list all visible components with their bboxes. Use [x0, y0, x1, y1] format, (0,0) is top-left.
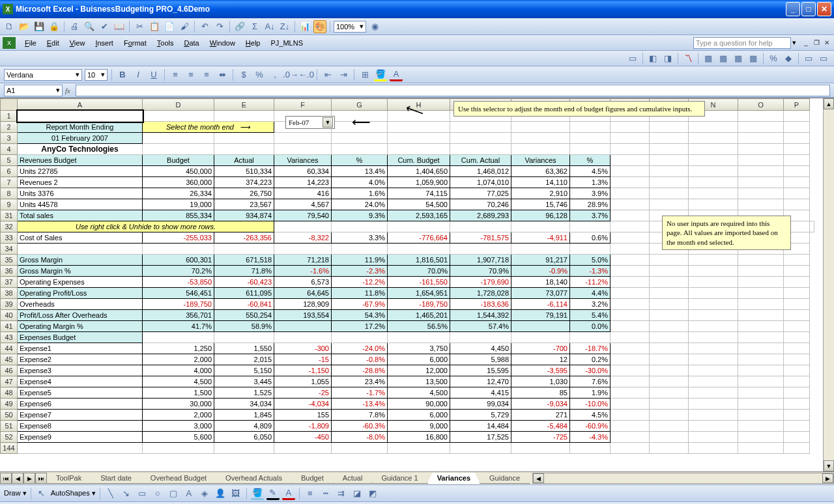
fill-color2-icon[interactable]: 🪣 [251, 487, 264, 500]
sheet-tab[interactable]: ToolPak [46, 473, 91, 484]
month-selector[interactable]: Feb-07 ▼ [285, 116, 335, 129]
align-right-icon[interactable]: ≡ [200, 68, 213, 81]
cut-icon[interactable]: ✂ [133, 20, 146, 33]
row-header[interactable]: 6 [1, 166, 18, 177]
row-header[interactable]: 144 [1, 443, 18, 454]
fx-icon[interactable]: fx [65, 87, 70, 94]
autoshapes-menu[interactable]: AutoShapes ▾ [51, 489, 96, 497]
spellcheck-icon[interactable]: ✔ [98, 20, 111, 33]
draw-menu[interactable]: Draw ▾ [4, 489, 27, 497]
row-header[interactable]: 48 [1, 387, 18, 399]
tj-icon[interactable]: ▭ [817, 52, 830, 65]
shadow-icon[interactable]: ◪ [351, 487, 364, 500]
currency-icon[interactable]: $ [237, 68, 250, 81]
col-header[interactable]: P [784, 99, 810, 111]
tab-prev-button[interactable]: ◀ [12, 473, 23, 484]
bold-icon[interactable]: B [116, 68, 129, 81]
drawing-icon[interactable]: 🎨 [313, 20, 326, 33]
tb-icon[interactable]: ◧ [646, 52, 659, 65]
diagram-icon[interactable]: ◈ [198, 487, 211, 500]
fill-color-icon[interactable]: 🪣 [374, 68, 387, 81]
chevron-down-icon[interactable]: ▼ [323, 117, 333, 128]
paste-icon[interactable]: 📄 [163, 20, 176, 33]
minimize-button[interactable]: _ [786, 2, 800, 16]
line-style-icon[interactable]: ≡ [304, 487, 317, 500]
row-header[interactable]: 1 [1, 111, 18, 122]
col-header[interactable]: E [214, 99, 274, 111]
dash-style-icon[interactable]: ┅ [319, 487, 332, 500]
dec-indent-icon[interactable]: ⇤ [321, 68, 334, 81]
row-header[interactable]: 37 [1, 277, 18, 288]
new-icon[interactable]: 🗋 [3, 20, 16, 33]
doc-minimize-button[interactable]: _ [801, 38, 811, 48]
row-header[interactable]: 33 [1, 232, 18, 244]
undo-icon[interactable]: ↶ [198, 20, 211, 33]
3d-icon[interactable]: ◩ [366, 487, 379, 500]
sort-desc-icon[interactable]: Z↓ [278, 20, 291, 33]
picture-icon[interactable]: 🖼 [229, 487, 242, 500]
row-header[interactable]: 35 [1, 255, 18, 266]
row-header[interactable]: 44 [1, 343, 18, 354]
ta-icon[interactable]: ▭ [626, 52, 639, 65]
research-icon[interactable]: 📖 [113, 20, 126, 33]
percent-icon[interactable]: % [253, 68, 266, 81]
dec-decimal-icon[interactable]: ←.0 [300, 68, 313, 81]
copy-icon[interactable]: 📋 [148, 20, 161, 33]
row-header[interactable]: 31 [1, 210, 18, 221]
row-header[interactable]: 4 [1, 144, 18, 155]
row-header[interactable]: 34 [1, 244, 18, 255]
row-header[interactable]: 47 [1, 376, 18, 387]
te-icon[interactable]: ▦ [717, 52, 730, 65]
autosum-icon[interactable]: Σ [248, 20, 261, 33]
row-header[interactable]: 38 [1, 288, 18, 299]
menu-window[interactable]: Window [205, 37, 240, 49]
row-header[interactable]: 49 [1, 399, 18, 410]
row-header[interactable]: 52 [1, 432, 18, 443]
row-header[interactable]: 36 [1, 266, 18, 277]
col-header[interactable]: G [332, 99, 388, 111]
row-header[interactable]: 8 [1, 188, 18, 199]
col-header[interactable]: A [18, 99, 143, 111]
arrow-tool-icon[interactable]: ↘ [120, 487, 133, 500]
pct-icon[interactable]: % [767, 52, 780, 65]
zoom-select[interactable]: 100%▾ [334, 21, 366, 33]
textbox-icon[interactable]: ▢ [167, 487, 180, 500]
sheet-tab[interactable]: Guidance [480, 473, 530, 484]
oval-icon[interactable]: ○ [151, 487, 164, 500]
menu-help[interactable]: Help [240, 37, 266, 49]
spreadsheet-grid[interactable]: ADEFGHIJKLMNOP12Report Month EndingSelec… [0, 98, 834, 471]
row-header[interactable]: 3 [1, 133, 18, 144]
row-header[interactable]: 46 [1, 365, 18, 376]
row-header[interactable]: 39 [1, 299, 18, 310]
th-icon[interactable]: ◆ [782, 52, 795, 65]
close-button[interactable]: ✕ [817, 2, 831, 16]
underline-icon[interactable]: U [147, 68, 160, 81]
sheet-tab[interactable]: Overhead Actuals [216, 473, 292, 484]
row-header[interactable]: 43 [1, 332, 18, 343]
font-color2-icon[interactable]: A [282, 487, 295, 500]
worksheet-icon[interactable]: X [3, 37, 16, 49]
tf-icon[interactable]: ▦ [732, 52, 745, 65]
row-header[interactable]: 7 [1, 177, 18, 188]
hyperlink-icon[interactable]: 🔗 [233, 20, 246, 33]
col-header[interactable]: O [738, 99, 784, 111]
row-header[interactable]: 2 [1, 122, 18, 133]
menu-data[interactable]: Data [179, 37, 204, 49]
row-header[interactable]: 50 [1, 410, 18, 421]
align-left-icon[interactable]: ≡ [169, 68, 182, 81]
clipart-icon[interactable]: 👤 [214, 487, 227, 500]
redo-icon[interactable]: ↷ [213, 20, 226, 33]
menu-custom[interactable]: PJ_MLNS [265, 37, 308, 49]
tg-icon[interactable]: ▦ [747, 52, 760, 65]
row-header[interactable]: 51 [1, 421, 18, 432]
tab-next-button[interactable]: ▶ [23, 473, 35, 484]
sheet-tab[interactable]: Budget [291, 473, 334, 484]
help-icon[interactable]: ◉ [368, 20, 381, 33]
sheet-tab[interactable]: Overhead Budget [141, 473, 216, 484]
line-color-icon[interactable]: ✎ [266, 487, 280, 500]
rectangle-icon[interactable]: ▭ [136, 487, 149, 500]
row-header[interactable]: 9 [1, 199, 18, 210]
sheet-tab[interactable]: Variances [427, 473, 480, 484]
ti-icon[interactable]: ▭ [802, 52, 815, 65]
name-box[interactable]: A1▾ [4, 85, 63, 96]
